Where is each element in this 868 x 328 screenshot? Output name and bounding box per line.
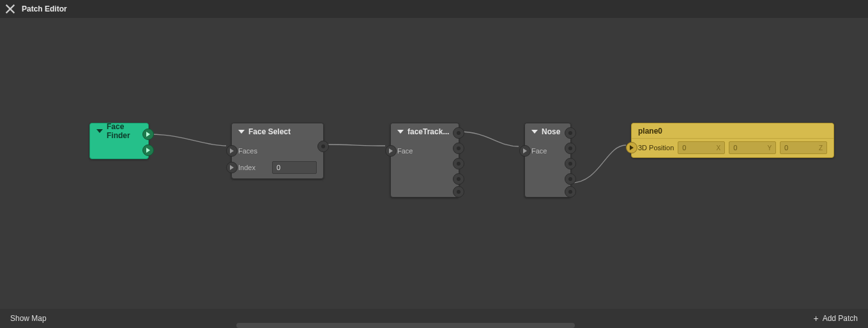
node-plane0[interactable]: plane0 3D Position 0 X 0 Y 0 Z [631,123,834,158]
output-port[interactable] [565,127,576,139]
output-port[interactable] [453,127,464,139]
node-title: faceTrack... [391,123,459,140]
output-port[interactable] [565,143,576,154]
output-port[interactable] [565,186,576,198]
output-port[interactable] [453,173,464,185]
patch-canvas[interactable]: Face Finder Face Select Faces Index [0,18,868,309]
add-patch-button[interactable]: + Add Patch [813,313,858,324]
axis-label: X [717,144,721,152]
output-port[interactable] [453,158,464,169]
vector-x-input[interactable]: 0 X [678,141,725,154]
input-label: Face [531,147,547,155]
input-port[interactable] [519,145,531,157]
node-title: Nose [525,123,570,140]
output-port[interactable] [142,129,154,140]
output-port[interactable] [453,186,464,198]
input-port[interactable] [385,145,397,157]
input-port[interactable] [226,162,238,173]
panel-header: Patch Editor [0,0,868,18]
caret-icon [96,129,103,133]
node-nose[interactable]: Nose Face [524,123,571,198]
vector-value: 0 [733,144,737,152]
input-label: Index [238,164,255,171]
index-input[interactable] [272,161,317,174]
node-title-text: Nose [542,127,560,136]
add-patch-label: Add Patch [823,314,858,323]
vector-value: 0 [682,144,686,152]
node-title-text: Face Finder [107,122,142,140]
output-port[interactable] [453,143,464,154]
output-port[interactable] [142,144,154,156]
vector-value: 0 [784,144,788,152]
output-port[interactable] [317,141,329,152]
input-port[interactable] [226,145,238,157]
axis-label: Z [819,144,823,152]
show-map-button[interactable]: Show Map [10,314,47,323]
node-title-text: faceTrack... [407,127,449,136]
caret-icon [397,130,404,134]
output-port[interactable] [565,173,576,185]
close-icon[interactable] [5,4,15,14]
node-title-text: plane0 [638,127,662,136]
node-title: Face Select [232,123,323,140]
plus-icon: + [813,313,818,324]
output-port[interactable] [565,158,576,169]
caret-icon [238,130,245,134]
node-facetrack[interactable]: faceTrack... Face [390,123,459,198]
node-title: Face Finder [90,123,148,139]
node-face-select[interactable]: Face Select Faces Index [231,123,324,179]
vector-z-input[interactable]: 0 Z [780,141,827,154]
node-title-text: Face Select [248,127,291,136]
caret-icon [531,130,538,134]
input-label: Faces [238,147,257,155]
node-face-finder[interactable]: Face Finder [89,123,149,159]
input-label: Face [397,147,413,155]
vector-y-input[interactable]: 0 Y [729,141,776,154]
input-label: 3D Position [638,144,674,152]
axis-label: Y [767,144,772,152]
input-port[interactable] [626,142,637,153]
node-title: plane0 [632,123,834,139]
horizontal-scrollbar[interactable] [236,323,575,328]
panel-title: Patch Editor [22,4,67,13]
